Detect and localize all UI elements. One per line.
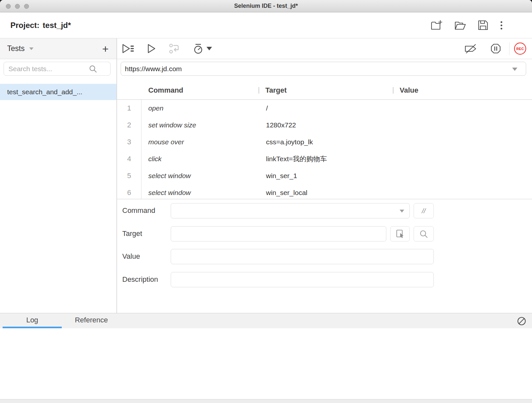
value-field-label: Value — [122, 252, 140, 261]
open-project-button[interactable] — [454, 20, 466, 30]
play-all-icon — [122, 44, 134, 54]
log-panel: Log Reference — [0, 313, 532, 403]
command-table: Command Target Value 1 open / 2 set wind… — [117, 81, 532, 199]
search-icon — [419, 230, 428, 238]
run-current-test-button[interactable] — [147, 44, 156, 54]
kebab-menu-icon — [500, 21, 503, 30]
chevron-down-icon — [206, 47, 212, 50]
base-url-input[interactable] — [121, 62, 526, 75]
tests-panel-title[interactable]: Tests — [7, 44, 25, 53]
url-dropdown-caret-icon[interactable] — [512, 68, 517, 71]
window-footer — [0, 399, 532, 403]
open-folder-icon — [454, 20, 466, 30]
command-field-label: Command — [122, 206, 155, 215]
test-editor: REC Command Target Val — [117, 38, 532, 313]
command-table-header: Command Target Value — [117, 81, 532, 100]
minimize-window-button[interactable] — [15, 4, 20, 9]
row-number: 4 — [117, 150, 141, 167]
table-row[interactable]: 4 click linkText=我的购物车 — [117, 150, 532, 167]
project-header: Project:test_jd* — [0, 12, 532, 38]
test-search — [4, 62, 109, 76]
tests-panel-caret-icon[interactable] — [29, 47, 33, 50]
step-over-icon — [169, 43, 180, 54]
row-target: linkText=我的购物车 — [259, 154, 393, 163]
command-field-input[interactable] — [176, 203, 405, 218]
project-title: Project:test_jd* — [0, 21, 71, 30]
clear-log-button[interactable] — [517, 316, 526, 326]
target-field-input[interactable] — [171, 226, 386, 241]
stopwatch-speed-button[interactable] — [193, 44, 203, 54]
record-label: REC — [516, 47, 524, 51]
row-number: 5 — [117, 167, 141, 184]
base-url-row — [121, 62, 526, 76]
column-header-target: Target — [259, 86, 393, 95]
table-row[interactable]: 5 select window win_ser_1 — [117, 167, 532, 184]
tab-reference[interactable]: Reference — [62, 313, 121, 328]
pause-on-exceptions-button[interactable] — [490, 43, 501, 54]
project-name: test_jd* — [43, 21, 71, 30]
select-target-button[interactable] — [390, 226, 410, 241]
save-project-button[interactable] — [478, 20, 488, 31]
clear-circle-slash-icon — [517, 316, 526, 326]
row-number: 2 — [117, 117, 141, 134]
log-panel-tabbar: Log Reference — [0, 313, 532, 328]
search-icon — [89, 65, 97, 73]
column-header-command: Command — [141, 86, 259, 95]
table-row[interactable]: 2 set window size 1280x722 — [117, 117, 532, 134]
tab-log[interactable]: Log — [3, 313, 62, 328]
workspace: Tests + test_search_and_add_... — [0, 38, 532, 313]
log-content — [0, 328, 532, 399]
run-all-tests-button[interactable] — [122, 44, 134, 54]
record-button[interactable]: REC — [514, 43, 526, 55]
comment-slashes-label: // — [422, 207, 426, 215]
row-command: select window — [141, 172, 259, 180]
play-icon — [147, 44, 156, 54]
table-row[interactable]: 1 open / — [117, 100, 532, 117]
step-over-button[interactable] — [169, 43, 180, 54]
zoom-window-button[interactable] — [24, 4, 29, 9]
project-label: Project: — [10, 21, 39, 30]
row-number: 3 — [117, 134, 141, 150]
command-edit-form: Command // Target — [117, 199, 532, 313]
close-window-button[interactable] — [6, 4, 11, 9]
project-actions — [431, 20, 503, 31]
playback-toolbar: REC — [117, 38, 532, 59]
save-floppy-icon — [478, 20, 488, 31]
row-command: open — [141, 104, 259, 112]
more-options-button[interactable] — [500, 21, 503, 30]
execution-speed-control — [193, 44, 212, 54]
find-target-button[interactable] — [414, 226, 434, 241]
base-url-combobox — [121, 62, 526, 76]
command-combobox — [171, 203, 410, 218]
row-command: select window — [141, 189, 259, 197]
speed-dropdown-button[interactable] — [206, 47, 212, 50]
table-row[interactable]: 6 select window win_ser_local — [117, 184, 532, 199]
test-list-item-selected[interactable]: test_search_and_add_... — [0, 84, 116, 100]
row-target: 1280x722 — [259, 121, 393, 129]
description-field-label: Description — [122, 275, 158, 284]
table-row[interactable]: 3 mouse over css=a.joytop_lk — [117, 134, 532, 150]
column-header-value: Value — [393, 86, 532, 95]
disable-breakpoints-button[interactable] — [464, 43, 477, 54]
tests-sidebar: Tests + test_search_and_add_... — [0, 38, 117, 313]
value-field-input[interactable] — [171, 249, 434, 264]
toggle-comment-button[interactable]: // — [414, 203, 434, 218]
window-title: Selenium IDE - test_jd* — [0, 3, 532, 9]
row-number: 6 — [117, 184, 141, 199]
selenium-ide-window: Selenium IDE - test_jd* Project:test_jd* — [0, 0, 532, 403]
row-command: mouse over — [141, 138, 259, 146]
pause-octagon-icon — [490, 43, 501, 54]
row-target: / — [259, 104, 393, 112]
recording-controls: REC — [464, 42, 532, 55]
new-project-folder-icon — [431, 20, 443, 31]
new-project-button[interactable] — [431, 20, 443, 31]
breakpoint-slash-icon — [464, 43, 477, 54]
add-test-button[interactable]: + — [102, 43, 109, 54]
row-target: win_ser_1 — [259, 172, 393, 180]
row-target: css=a.joytop_lk — [259, 138, 393, 146]
row-target: win_ser_local — [259, 189, 393, 197]
playback-controls — [117, 43, 212, 54]
description-field-input[interactable] — [171, 272, 434, 287]
toolbar-divider — [509, 42, 510, 55]
row-command: set window size — [141, 121, 259, 129]
